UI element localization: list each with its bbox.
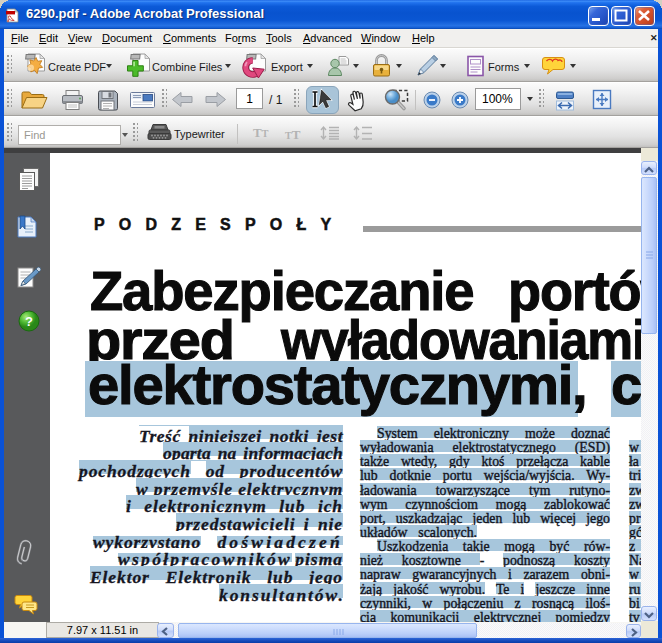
svg-text:?: ? (25, 314, 33, 329)
